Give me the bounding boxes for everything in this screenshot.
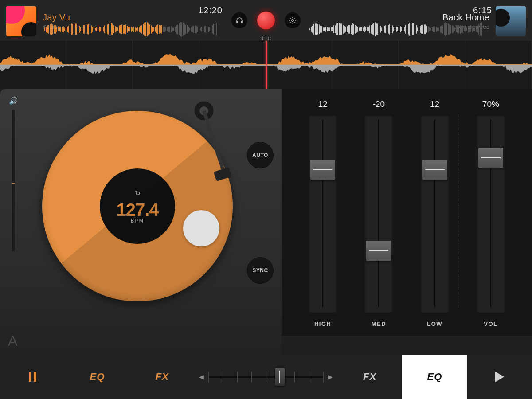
eq-low-col: 12 LOW <box>407 99 463 327</box>
crossfader-knob[interactable] <box>275 368 285 386</box>
eq-high-col: 12 HIGH <box>295 99 351 327</box>
deck-b-time: 6:15 <box>473 5 492 16</box>
platter[interactable]: ↻ 127.4 BPM <box>42 111 233 301</box>
bpm-value: 127.4 <box>116 200 158 220</box>
eq-low-slider[interactable] <box>421 114 449 313</box>
deck-b-artwork[interactable]: ♪ <box>496 6 526 36</box>
deck-a-panel: 🔊 ↻ 127.4 BPM AUTO SYNC A <box>0 89 282 355</box>
record-button[interactable] <box>257 12 275 29</box>
deck-a-artwork[interactable]: ♪ <box>6 6 36 36</box>
bpm-center[interactable]: ↻ 127.4 BPM <box>100 168 175 244</box>
deck-a-time: 12:20 <box>198 5 223 16</box>
speaker-icon: 🔊 <box>9 97 18 105</box>
deck-a-header: ♪ Jay Vu Kource 12:20 <box>0 0 229 41</box>
pause-button[interactable] <box>0 355 65 399</box>
deck-b-header: 6:15 Back Home John digweed ♪ <box>303 0 532 41</box>
deck-a-miniwave <box>44 21 223 37</box>
svg-point-4 <box>200 106 208 115</box>
svg-rect-0 <box>236 21 238 23</box>
eq-low-label: LOW <box>427 321 442 327</box>
eq-vol-label: VOL <box>484 321 497 327</box>
cue-dot <box>183 210 219 246</box>
eq-med-slider[interactable] <box>364 114 393 313</box>
play-button[interactable] <box>467 355 532 399</box>
eq-high-label: HIGH <box>314 321 332 327</box>
deck-letter: A <box>8 333 17 349</box>
eq-med-value: -20 <box>373 99 385 109</box>
svg-rect-1 <box>241 21 243 23</box>
deck-a-volume-slider[interactable] <box>12 110 15 251</box>
deck-a-artist: Kource <box>43 23 70 30</box>
header-center: REC <box>229 0 303 41</box>
eq-panel: 12 HIGH -20 MED 12 LOW 70% VOL <box>282 89 532 336</box>
svg-point-2 <box>292 20 294 22</box>
eq-vol-slider[interactable] <box>477 114 505 313</box>
deck-a-fx-tab[interactable]: FX <box>130 355 195 399</box>
bottom-bar: EQ FX ◀ ▶ FX EQ <box>0 355 532 399</box>
eq-vol-value: 70% <box>482 99 499 109</box>
crossfader[interactable]: ◀ ▶ <box>195 371 337 383</box>
refresh-icon[interactable]: ↻ <box>135 189 141 197</box>
headphones-button[interactable] <box>231 12 247 28</box>
header: ♪ Jay Vu Kource 12:20 REC 6:15 Back Home <box>0 0 532 41</box>
xfade-right-arrow[interactable]: ▶ <box>328 373 333 380</box>
bpm-label: BPM <box>131 218 144 223</box>
eq-med-col: -20 MED <box>351 99 407 327</box>
auto-button[interactable]: AUTO <box>247 142 274 168</box>
playhead[interactable] <box>266 41 267 89</box>
eq-high-value: 12 <box>318 99 328 109</box>
deck-a-title: Jay Vu <box>43 12 70 23</box>
settings-button[interactable] <box>285 12 301 28</box>
deck-b-eq-tab[interactable]: EQ <box>402 355 467 399</box>
deck-b-artist: John digweed <box>442 23 489 30</box>
sync-button[interactable]: SYNC <box>247 257 274 284</box>
eq-vol-col: 70% VOL <box>463 99 519 327</box>
svg-point-3 <box>194 101 214 121</box>
deck-b-fx-tab[interactable]: FX <box>337 355 402 399</box>
xfade-left-arrow[interactable]: ◀ <box>199 373 204 380</box>
overview-waveform[interactable] <box>0 41 532 89</box>
deck-a-eq-tab[interactable]: EQ <box>65 355 129 399</box>
eq-med-label: MED <box>372 321 386 327</box>
eq-low-value: 12 <box>430 99 439 109</box>
eq-high-slider[interactable] <box>309 114 337 313</box>
